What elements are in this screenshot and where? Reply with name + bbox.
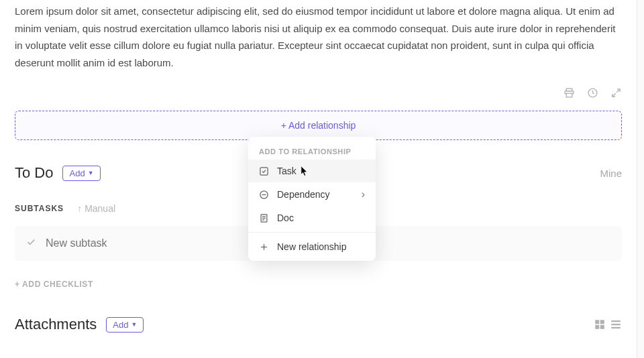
svg-rect-5 — [595, 325, 599, 329]
svg-rect-4 — [600, 320, 604, 324]
todo-title: To Do — [15, 164, 53, 182]
plus-icon — [259, 242, 269, 252]
subtasks-label: SUBTASKS — [15, 204, 64, 213]
history-icon[interactable] — [587, 87, 598, 99]
relationship-dropdown: ADD TO RELATIONSHIP Task Dependency › Do… — [248, 137, 376, 261]
svg-rect-3 — [595, 320, 599, 324]
action-icons — [15, 83, 622, 111]
add-checklist-button[interactable]: + ADD CHECKLIST — [15, 280, 622, 289]
chevron-right-icon: › — [362, 188, 365, 200]
svg-rect-6 — [600, 325, 604, 329]
dropdown-item-task[interactable]: Task — [248, 160, 376, 182]
check-icon — [25, 237, 36, 250]
list-view-icon[interactable] — [610, 318, 622, 331]
todo-add-button[interactable]: Add▼ — [62, 166, 100, 181]
mine-filter[interactable]: Mine — [600, 168, 622, 179]
task-description: Lorem ipsum dolor sit amet, consectetur … — [15, 0, 622, 83]
dropdown-item-dependency[interactable]: Dependency › — [248, 182, 376, 206]
add-relationship-button[interactable]: + Add relationship — [15, 111, 622, 140]
attachments-add-button[interactable]: Add▼ — [106, 317, 144, 333]
svg-rect-1 — [566, 93, 572, 97]
subtasks-sort[interactable]: ↑Manual — [77, 203, 115, 214]
svg-rect-9 — [611, 327, 621, 329]
grid-view-icon[interactable] — [594, 318, 606, 331]
attachment-view-toggle — [594, 318, 622, 331]
task-icon — [259, 166, 269, 176]
svg-rect-10 — [260, 167, 268, 174]
dropdown-item-doc[interactable]: Doc — [248, 206, 376, 229]
svg-rect-8 — [611, 324, 621, 325]
print-icon[interactable] — [564, 87, 575, 99]
attachments-title: Attachments — [15, 316, 97, 333]
doc-icon — [259, 213, 269, 223]
expand-icon[interactable] — [610, 87, 622, 99]
dependency-icon — [259, 190, 269, 200]
dropdown-header: ADD TO RELATIONSHIP — [248, 139, 376, 160]
svg-rect-7 — [611, 320, 621, 322]
dropdown-item-new-relationship[interactable]: New relationship — [248, 235, 376, 258]
